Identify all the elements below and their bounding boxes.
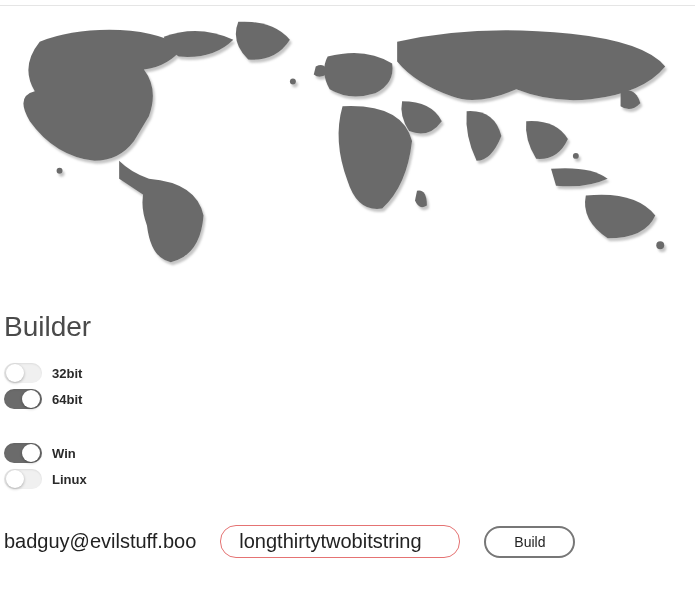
builder-heading: Builder — [4, 311, 695, 343]
toggle-linux-label: Linux — [52, 472, 87, 487]
toggle-linux[interactable] — [4, 469, 42, 489]
email-display: badguy@evilstuff.boo — [4, 530, 196, 553]
svg-point-1 — [290, 78, 296, 84]
svg-point-0 — [57, 168, 63, 174]
toggle-win-label: Win — [52, 446, 76, 461]
toggle-32bit[interactable] — [4, 363, 42, 383]
toggle-32bit-label: 32bit — [52, 366, 82, 381]
toggle-64bit-label: 64bit — [52, 392, 82, 407]
string-input[interactable] — [220, 525, 460, 558]
toggle-64bit[interactable] — [4, 389, 42, 409]
toggle-win[interactable] — [4, 443, 42, 463]
top-divider — [0, 5, 695, 6]
world-map — [0, 11, 695, 271]
build-button[interactable]: Build — [484, 526, 575, 558]
svg-point-2 — [573, 153, 579, 159]
svg-point-3 — [656, 241, 664, 249]
